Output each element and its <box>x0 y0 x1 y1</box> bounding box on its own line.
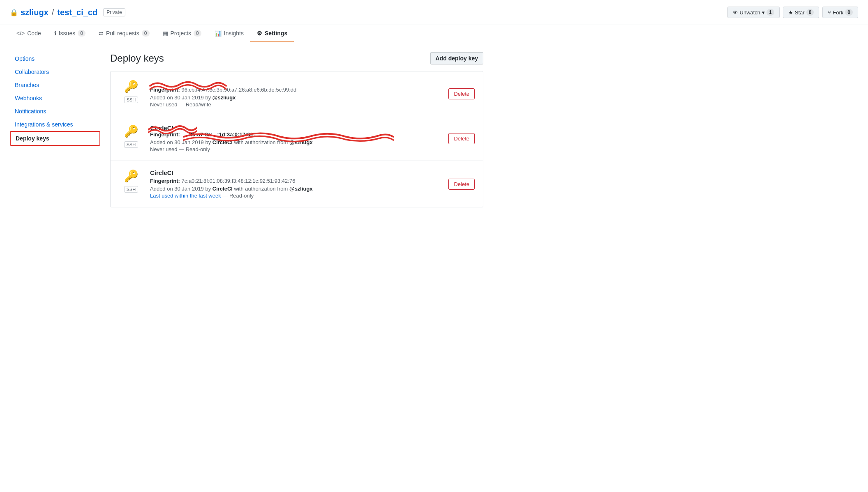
key-fingerprint-2: Fingerprint: ...:fa:a7:3a:...:1d:3a:0:17… <box>150 131 442 138</box>
tab-code[interactable]: </> Code <box>10 25 48 42</box>
key-usage-2: Never used — Read-only <box>150 146 442 152</box>
tab-settings[interactable]: ⚙ Settings <box>250 25 294 42</box>
watch-button[interactable]: 👁 Unwatch ▾ 1 <box>727 7 780 18</box>
key-usage-1: Never used — Read/write <box>150 101 442 108</box>
ssh-badge-2: SSH <box>124 141 139 148</box>
sidebar-item-collaborators[interactable]: Collaborators <box>10 65 100 78</box>
tab-projects-label: Projects <box>171 30 192 37</box>
fork-label: Fork <box>833 9 843 16</box>
main-content: Deploy keys Add deploy key 🔑 SSH <box>110 52 483 207</box>
key-info: Fingerprint: 96:cb:f4:47:8c:3b:90:a7:26:… <box>150 80 442 108</box>
sidebar: Options Collaborators Branches Webhooks … <box>10 52 100 207</box>
key-fingerprint-3: Fingerprint: 7c:a0:21:8f:01:08:39:f3:48:… <box>150 178 442 184</box>
key-icon-area: 🔑 SSH <box>119 80 143 103</box>
key-name <box>150 80 172 87</box>
watch-arrow-icon: ▾ <box>762 9 765 16</box>
tab-pr-label: Pull requests <box>106 30 139 37</box>
tab-settings-label: Settings <box>265 30 287 37</box>
repo-header: 🔒 szliugx / test_ci_cd Private 👁 Unwatch… <box>0 0 868 25</box>
repo-title: 🔒 szliugx / test_ci_cd Private <box>10 8 125 17</box>
issues-count: 0 <box>78 30 85 37</box>
deploy-keys-list: 🔑 SSH Fingerprint: 96:cb:f4:47: <box>110 71 483 207</box>
issues-icon: ℹ <box>54 30 56 37</box>
sidebar-item-integrations[interactable]: Integrations & services <box>10 118 100 131</box>
watch-count: 1 <box>766 9 774 16</box>
header-actions: 👁 Unwatch ▾ 1 ★ Star 0 ⑂ Fork 0 <box>727 7 858 18</box>
key-icon: 🔑 <box>124 80 139 93</box>
lock-icon: 🔒 <box>10 9 18 16</box>
tab-insights-label: Insights <box>224 30 244 37</box>
key-owner-link-1[interactable]: @szliugx <box>212 94 236 101</box>
pr-icon: ⇄ <box>99 30 104 37</box>
key-icon-2: 🔑 <box>124 124 139 138</box>
last-used-link[interactable]: Last used within the last week <box>150 193 221 199</box>
separator: / <box>52 8 54 17</box>
sidebar-item-deploy-keys[interactable]: Deploy keys <box>10 131 100 146</box>
main-header: Deploy keys Add deploy key <box>110 52 483 64</box>
sidebar-item-options[interactable]: Options <box>10 52 100 65</box>
key-icon-3: 🔑 <box>124 169 139 183</box>
sidebar-item-webhooks[interactable]: Webhooks <box>10 92 100 105</box>
table-row: 🔑 SSH CircleCI Fingerprint: 7c:a0:21:8f:… <box>111 161 483 207</box>
page-title: Deploy keys <box>110 53 164 64</box>
tab-projects[interactable]: ▦ Projects 0 <box>156 25 208 42</box>
watch-label: Unwatch <box>740 9 761 16</box>
key-name-2: CircleCI <box>150 124 173 131</box>
star-label: Star <box>795 9 805 16</box>
code-icon: </> <box>16 30 25 37</box>
key-meta-2: Added on 30 Jan 2019 by CircleCI with au… <box>150 139 442 145</box>
key-fingerprint-1: Fingerprint: 96:cb:f4:47:8c:3b:90:a7:26:… <box>150 87 442 93</box>
key-info-2: CircleCI Fingerprint: ...:fa:a7:3a:...:1… <box>150 124 442 152</box>
ssh-badge-3: SSH <box>124 186 139 193</box>
visibility-badge: Private <box>103 8 125 16</box>
insights-icon: 📊 <box>215 30 222 37</box>
tab-code-label: Code <box>27 30 41 37</box>
nav-tabs: </> Code ℹ Issues 0 ⇄ Pull requests 0 ▦ … <box>0 25 868 42</box>
tab-pull-requests[interactable]: ⇄ Pull requests 0 <box>92 25 156 42</box>
page-footer <box>0 217 868 234</box>
projects-count: 0 <box>194 30 201 37</box>
star-icon: ★ <box>788 9 793 16</box>
pr-count: 0 <box>142 30 150 37</box>
table-row: 🔑 SSH Fingerprint: 96:cb:f4:47: <box>111 71 483 116</box>
delete-key-button-1[interactable]: Delete <box>448 88 475 99</box>
key-meta-1: Added on 30 Jan 2019 by @szliugx <box>150 94 442 101</box>
ssh-badge: SSH <box>124 97 139 103</box>
fork-count: 0 <box>845 9 853 16</box>
projects-icon: ▦ <box>163 30 168 37</box>
key-icon-area-2: 🔑 SSH <box>119 124 143 148</box>
add-deploy-key-button[interactable]: Add deploy key <box>430 52 483 64</box>
repo-name-link[interactable]: test_ci_cd <box>57 8 97 17</box>
delete-key-button-2[interactable]: Delete <box>448 133 475 144</box>
tab-issues[interactable]: ℹ Issues 0 <box>48 25 92 42</box>
table-row: 🔑 SSH CircleCI Fingerprint: . <box>111 116 483 161</box>
key-owner-link-2[interactable]: @szliugx <box>289 139 313 145</box>
page-content: Options Collaborators Branches Webhooks … <box>0 42 493 217</box>
key-usage-3: Last used within the last week — Read-on… <box>150 193 442 199</box>
fork-button[interactable]: ⑂ Fork 0 <box>822 7 858 18</box>
key-name-3: CircleCI <box>150 169 442 176</box>
settings-icon: ⚙ <box>257 30 262 37</box>
tab-insights[interactable]: 📊 Insights <box>208 25 250 42</box>
fork-icon: ⑂ <box>828 9 831 16</box>
eye-icon: 👁 <box>733 9 738 16</box>
delete-key-button-3[interactable]: Delete <box>448 179 475 190</box>
sidebar-item-branches[interactable]: Branches <box>10 78 100 92</box>
tab-issues-label: Issues <box>59 30 75 37</box>
repo-owner-link[interactable]: szliugx <box>21 8 48 17</box>
sidebar-item-notifications[interactable]: Notifications <box>10 105 100 118</box>
key-owner-link-3[interactable]: @szliugx <box>289 186 313 192</box>
key-info-3: CircleCI Fingerprint: 7c:a0:21:8f:01:08:… <box>150 169 442 199</box>
key-meta-3: Added on 30 Jan 2019 by CircleCI with au… <box>150 186 442 192</box>
star-count: 0 <box>806 9 814 16</box>
key-icon-area-3: 🔑 SSH <box>119 169 143 193</box>
star-button[interactable]: ★ Star 0 <box>783 7 820 18</box>
